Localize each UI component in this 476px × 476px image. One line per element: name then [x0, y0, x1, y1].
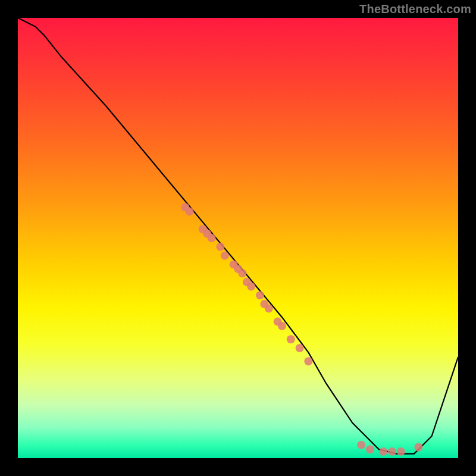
- data-marker: [388, 447, 396, 456]
- watermark-text: TheBottleneck.com: [359, 2, 471, 16]
- data-marker: [238, 269, 246, 277]
- data-marker: [366, 445, 374, 453]
- marker-group: [181, 203, 422, 456]
- data-marker: [287, 335, 295, 343]
- data-marker: [256, 291, 264, 299]
- data-marker: [186, 208, 194, 216]
- data-marker: [296, 344, 304, 352]
- data-marker: [357, 441, 365, 449]
- data-marker: [414, 443, 422, 452]
- data-marker: [397, 447, 405, 456]
- data-marker: [208, 234, 216, 242]
- data-marker: [247, 282, 255, 290]
- data-marker: [304, 357, 312, 365]
- chart-svg: [18, 18, 458, 458]
- data-marker: [221, 252, 229, 260]
- chart-stage: TheBottleneck.com: [0, 0, 476, 476]
- data-marker: [216, 243, 224, 251]
- data-marker: [278, 322, 286, 330]
- data-marker: [265, 304, 273, 312]
- data-marker: [379, 447, 387, 456]
- bottleneck-curve: [18, 18, 458, 454]
